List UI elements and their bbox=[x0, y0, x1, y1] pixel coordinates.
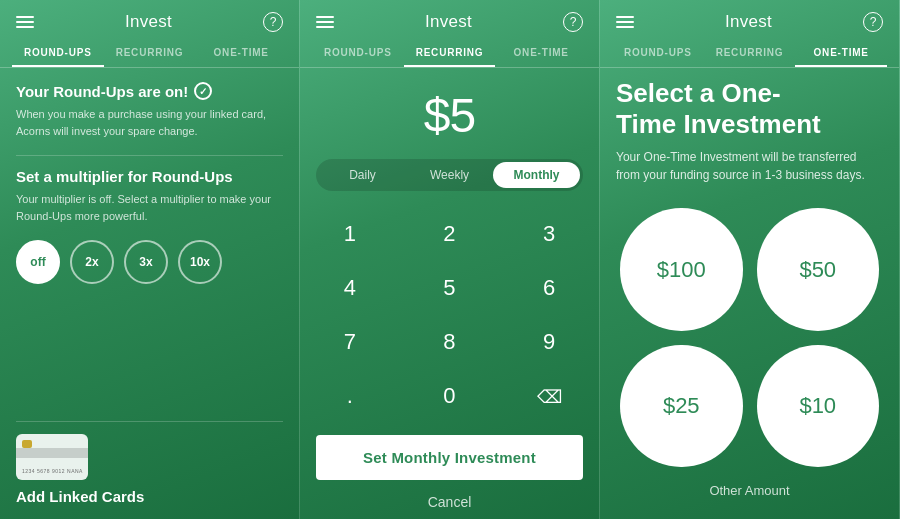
card-chip bbox=[22, 440, 32, 448]
help-icon-3[interactable]: ? bbox=[863, 12, 883, 32]
tabs-1: ROUND-UPS RECURRING ONE-TIME bbox=[0, 40, 299, 68]
header-roundups: Invest ? bbox=[0, 0, 299, 40]
multiplier-desc: Your multiplier is off. Select a multipl… bbox=[16, 191, 283, 224]
tab-recurring-1[interactable]: RECURRING bbox=[104, 40, 196, 67]
multiplier-2x[interactable]: 2x bbox=[70, 240, 114, 284]
header-title-2: Invest bbox=[425, 12, 472, 32]
amount-10[interactable]: $10 bbox=[757, 345, 880, 468]
divider-2 bbox=[16, 421, 283, 422]
roundups-desc: When you make a purchase using your link… bbox=[16, 106, 283, 139]
key-6[interactable]: 6 bbox=[499, 261, 599, 315]
key-8[interactable]: 8 bbox=[400, 315, 500, 369]
tab-recurring-2[interactable]: RECURRING bbox=[404, 40, 496, 67]
multiplier-3x[interactable]: 3x bbox=[124, 240, 168, 284]
tab-roundups-3[interactable]: ROUND-UPS bbox=[612, 40, 704, 67]
hamburger-icon-3[interactable] bbox=[616, 16, 634, 28]
tabs-2: ROUND-UPS RECURRING ONE-TIME bbox=[300, 40, 599, 68]
panel-roundups: Invest ? ROUND-UPS RECURRING ONE-TIME Yo… bbox=[0, 0, 300, 519]
roundups-content: Your Round-Ups are on! ✓ When you make a… bbox=[0, 68, 299, 397]
key-3[interactable]: 3 bbox=[499, 207, 599, 261]
onetime-desc: Your One-Time Investment will be transfe… bbox=[600, 148, 899, 200]
key-4[interactable]: 4 bbox=[300, 261, 400, 315]
tab-onetime-3[interactable]: ONE-TIME bbox=[795, 40, 887, 67]
frequency-selector: Daily Weekly Monthly bbox=[316, 159, 583, 191]
amount-50[interactable]: $50 bbox=[757, 208, 880, 331]
header-title-3: Invest bbox=[725, 12, 772, 32]
check-circle-icon: ✓ bbox=[194, 82, 212, 100]
key-7[interactable]: 7 bbox=[300, 315, 400, 369]
header-title-1: Invest bbox=[125, 12, 172, 32]
freq-monthly[interactable]: Monthly bbox=[493, 162, 580, 188]
tabs-3: ROUND-UPS RECURRING ONE-TIME bbox=[600, 40, 899, 68]
key-dot[interactable]: . bbox=[300, 369, 400, 423]
multiplier-10x[interactable]: 10x bbox=[178, 240, 222, 284]
key-1[interactable]: 1 bbox=[300, 207, 400, 261]
hamburger-icon-2[interactable] bbox=[316, 16, 334, 28]
roundups-status-title: Your Round-Ups are on! ✓ bbox=[16, 82, 283, 100]
panel-onetime: Invest ? ROUND-UPS RECURRING ONE-TIME Se… bbox=[600, 0, 900, 519]
panel-recurring: Invest ? ROUND-UPS RECURRING ONE-TIME $5… bbox=[300, 0, 600, 519]
tab-onetime-1[interactable]: ONE-TIME bbox=[195, 40, 287, 67]
header-recurring: Invest ? bbox=[300, 0, 599, 40]
card-section: 1234 5678 9012 NANA Add Linked Cards bbox=[0, 397, 299, 519]
header-onetime: Invest ? bbox=[600, 0, 899, 40]
tab-recurring-3[interactable]: RECURRING bbox=[704, 40, 796, 67]
tab-roundups-1[interactable]: ROUND-UPS bbox=[12, 40, 104, 67]
amount-25[interactable]: $25 bbox=[620, 345, 743, 468]
tab-roundups-2[interactable]: ROUND-UPS bbox=[312, 40, 404, 67]
multiplier-row: off 2x 3x 10x bbox=[16, 240, 283, 284]
backspace-icon: ⌫ bbox=[537, 387, 562, 407]
card-numbers: 1234 5678 9012 NANA bbox=[22, 468, 83, 474]
multiplier-off[interactable]: off bbox=[16, 240, 60, 284]
tab-onetime-2[interactable]: ONE-TIME bbox=[495, 40, 587, 67]
key-5[interactable]: 5 bbox=[400, 261, 500, 315]
multiplier-title: Set a multiplier for Round-Ups bbox=[16, 168, 283, 185]
key-2[interactable]: 2 bbox=[400, 207, 500, 261]
divider-1 bbox=[16, 155, 283, 156]
freq-daily[interactable]: Daily bbox=[319, 162, 406, 188]
onetime-title: Select a One- Time Investment bbox=[600, 68, 899, 148]
key-0[interactable]: 0 bbox=[400, 369, 500, 423]
numpad: 1 2 3 4 5 6 7 8 9 . 0 ⌫ bbox=[300, 207, 599, 423]
amount-100[interactable]: $100 bbox=[620, 208, 743, 331]
key-9[interactable]: 9 bbox=[499, 315, 599, 369]
hamburger-icon[interactable] bbox=[16, 16, 34, 28]
key-backspace[interactable]: ⌫ bbox=[499, 369, 599, 423]
set-monthly-button[interactable]: Set Monthly Investment bbox=[316, 435, 583, 480]
freq-weekly[interactable]: Weekly bbox=[406, 162, 493, 188]
recurring-amount: $5 bbox=[300, 68, 599, 159]
add-cards-label[interactable]: Add Linked Cards bbox=[16, 488, 283, 505]
other-amount-link[interactable]: Other Amount bbox=[600, 467, 899, 508]
cancel-link[interactable]: Cancel bbox=[300, 486, 599, 519]
help-icon-1[interactable]: ? bbox=[263, 12, 283, 32]
card-stripe bbox=[16, 448, 88, 458]
help-icon-2[interactable]: ? bbox=[563, 12, 583, 32]
linked-card-visual: 1234 5678 9012 NANA bbox=[16, 434, 88, 480]
amount-circles: $100 $50 $25 $10 bbox=[600, 208, 899, 467]
